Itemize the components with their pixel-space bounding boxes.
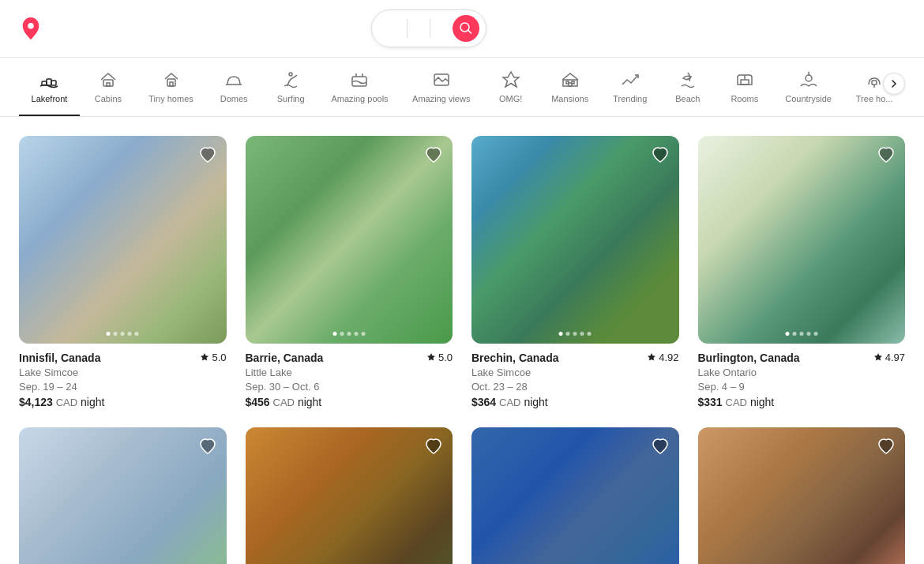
- listing-image: [19, 427, 227, 564]
- star-icon: [200, 352, 209, 362]
- category-surfing[interactable]: Surfing: [262, 64, 319, 116]
- category-label: Cabins: [95, 94, 122, 103]
- category-amazing-views[interactable]: Amazing views: [400, 64, 483, 116]
- listing-image-wrap: [19, 136, 227, 344]
- category-rooms[interactable]: Rooms: [716, 64, 773, 116]
- category-nav: Lakefront Cabins Tiny homes Domes: [0, 58, 924, 117]
- search-button[interactable]: [453, 15, 479, 42]
- category-amazing-pools[interactable]: Amazing pools: [319, 64, 400, 116]
- wishlist-heart-button[interactable]: [198, 437, 217, 458]
- listing-price: $331 CAD night: [698, 396, 906, 408]
- search-bar[interactable]: [371, 9, 486, 47]
- category-mansions[interactable]: Mansions: [539, 64, 601, 116]
- listing-location: Burlington, Canada: [698, 352, 800, 364]
- star-icon: [426, 352, 436, 362]
- category-label: OMG!: [499, 94, 522, 103]
- dot-indicator: [135, 332, 139, 336]
- listing-card[interactable]: Innisfil, Canada 5.0 Lake Simcoe Sep. 19…: [19, 136, 227, 408]
- dot-indicator: [121, 332, 125, 336]
- svg-point-8: [289, 73, 292, 76]
- dot-indicator: [588, 332, 592, 336]
- listing-location: Barrie, Canada: [246, 352, 324, 364]
- heart-icon: [424, 145, 443, 164]
- listing-card[interactable]: [698, 427, 906, 564]
- listing-rating: 4.92: [647, 352, 678, 363]
- listing-info-row: Barrie, Canada 5.0: [246, 352, 453, 364]
- category-countryside[interactable]: Countryside: [773, 64, 843, 116]
- svg-rect-17: [741, 80, 749, 85]
- wishlist-heart-button[interactable]: [424, 145, 443, 167]
- listing-card[interactable]: Barrie, Canada 5.0 Little Lake Sep. 30 –…: [246, 136, 453, 408]
- listing-card[interactable]: [19, 427, 227, 564]
- category-label: Beach: [675, 94, 700, 103]
- amazing-views-icon: [432, 70, 451, 89]
- category-omg[interactable]: OMG!: [483, 64, 539, 116]
- category-label: Tiny homes: [148, 94, 193, 103]
- chevron-right-icon: [889, 79, 899, 88]
- dot-indicator: [573, 332, 577, 336]
- listing-rating: 5.0: [200, 352, 226, 363]
- listing-sublocation: Lake Ontario: [698, 366, 906, 380]
- listing-image: [471, 136, 679, 344]
- listing-card[interactable]: [471, 427, 679, 564]
- listing-card[interactable]: Burlington, Canada 4.97 Lake Ontario Sep…: [698, 136, 906, 408]
- category-beach[interactable]: Beach: [659, 64, 716, 116]
- svg-rect-16: [569, 83, 572, 86]
- svg-rect-1: [47, 79, 51, 85]
- category-label: Mansions: [551, 94, 588, 103]
- wishlist-heart-button[interactable]: [198, 145, 217, 167]
- category-label: Surfing: [277, 94, 305, 103]
- mansions-icon: [561, 70, 580, 89]
- wishlist-heart-button[interactable]: [651, 437, 670, 458]
- category-label: Amazing pools: [331, 94, 388, 103]
- category-label: Amazing views: [412, 94, 470, 103]
- dot-indicator: [340, 332, 344, 336]
- omg-icon: [501, 70, 520, 89]
- dot-indicators: [107, 332, 139, 336]
- category-trending[interactable]: Trending: [601, 64, 659, 116]
- surfing-icon: [281, 70, 300, 89]
- listing-image: [246, 136, 453, 344]
- dot-indicator: [566, 332, 570, 336]
- listing-info-row: Innisfil, Canada 5.0: [19, 352, 227, 364]
- listing-image: [471, 427, 679, 564]
- domes-icon: [224, 70, 243, 89]
- svg-point-19: [806, 75, 812, 81]
- dot-indicator: [813, 332, 817, 336]
- listing-image-wrap: [246, 136, 453, 344]
- category-nav-next[interactable]: [883, 73, 905, 95]
- heart-icon: [651, 145, 670, 164]
- airbnb-logo[interactable]: [19, 17, 47, 40]
- dot-indicator: [347, 332, 351, 336]
- heart-icon: [424, 437, 443, 456]
- svg-rect-20: [872, 81, 877, 85]
- svg-rect-6: [170, 82, 173, 86]
- search-icon: [460, 22, 472, 35]
- rooms-icon: [735, 70, 754, 89]
- wishlist-heart-button[interactable]: [877, 437, 896, 458]
- category-label: Tree ho...: [856, 94, 893, 103]
- wishlist-heart-button[interactable]: [424, 437, 443, 458]
- dot-indicator: [792, 332, 796, 336]
- dot-indicator: [332, 332, 336, 336]
- rating-value: 5.0: [212, 352, 226, 363]
- dot-indicator: [559, 332, 563, 336]
- cabins-icon: [99, 70, 118, 89]
- dot-indicator: [799, 332, 803, 336]
- category-lakefront[interactable]: Lakefront: [19, 64, 80, 116]
- category-tiny-homes[interactable]: Tiny homes: [137, 64, 205, 116]
- listing-price: $364 CAD night: [471, 396, 679, 408]
- svg-rect-2: [51, 81, 56, 85]
- wishlist-heart-button[interactable]: [877, 145, 896, 167]
- listing-card[interactable]: [246, 427, 453, 564]
- category-cabins[interactable]: Cabins: [80, 64, 137, 116]
- wishlist-heart-button[interactable]: [651, 145, 670, 167]
- listing-sublocation: Lake Simcoe: [471, 366, 679, 380]
- listing-card[interactable]: Brechin, Canada 4.92 Lake Simcoe Oct. 23…: [471, 136, 679, 408]
- dot-indicator: [785, 332, 789, 336]
- dot-indicator: [361, 332, 365, 336]
- dot-indicator: [354, 332, 358, 336]
- listing-dates: Sep. 30 – Oct. 6: [246, 380, 453, 394]
- listing-sublocation: Lake Simcoe: [19, 366, 227, 380]
- category-domes[interactable]: Domes: [205, 64, 262, 116]
